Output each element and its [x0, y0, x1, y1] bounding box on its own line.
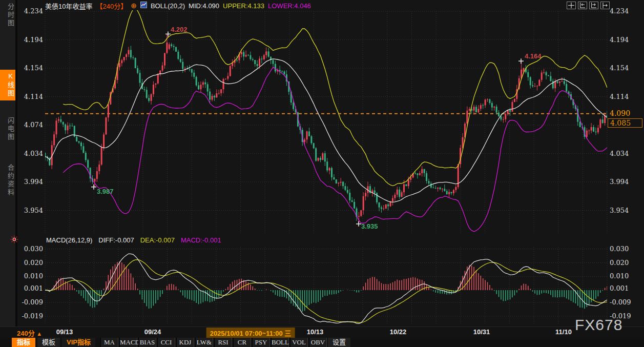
price-axis-label: 4.154	[610, 64, 640, 72]
price-axis-label: 4.234	[12, 7, 43, 15]
toolbar-item-MACD[interactable]: MACD	[119, 338, 137, 347]
trading-app: 分时图K线图闪电图合约资料 美债10年收益率 【240分】 ⊕ BOLL(20,…	[0, 0, 644, 347]
indicator-toolbar: 指标模板VIP指标MAMACDBIASCCIKDJLW&RSICRPSYBOLL…	[0, 338, 644, 347]
toolbar-item-VOL[interactable]: VOL	[290, 338, 308, 347]
price-axis-label: 3.954	[610, 207, 640, 215]
toolbar-item-PSY[interactable]: PSY	[252, 338, 270, 347]
date-label: 10/22	[390, 328, 407, 336]
price-annotation: 3.987	[97, 188, 114, 195]
price-axis-label: 4.234	[610, 7, 640, 15]
macd-axis-label: 0.020	[12, 259, 43, 267]
macd-axis-label: -0.009	[12, 298, 43, 307]
macd-axis-label: 0.030	[12, 245, 43, 253]
price-axis-label: 4.034	[610, 150, 640, 158]
toolbar-item-RSI[interactable]: RSI	[214, 338, 232, 347]
macd-axis-label: 0.030	[610, 245, 640, 253]
price-axis-label: 4.034	[12, 150, 43, 158]
price-annotation: 4.202	[171, 26, 188, 33]
macd-axis-label: 0.001	[610, 284, 640, 293]
last-price-tag: 4.085	[608, 118, 642, 128]
date-label: 10/31	[473, 328, 490, 336]
macd-dea-value: DEA:-0.007	[140, 236, 175, 244]
toolbar-item-设置[interactable]: 设置	[328, 338, 350, 347]
macd-axis-label: 0.010	[610, 272, 640, 280]
price-axis-label: 4.114	[610, 93, 640, 101]
toolbar-item-模板[interactable]: 模板	[37, 338, 60, 347]
macd-axis-label: 0.020	[610, 259, 640, 267]
date-label: 09/13	[56, 328, 73, 336]
period-text: 240分	[17, 330, 35, 337]
price-axis-label: 3.994	[12, 178, 43, 186]
period-selector[interactable]: 240分 ▲	[17, 328, 42, 338]
toolbar-item-LW&[interactable]: LW&	[195, 338, 213, 347]
macd-diff-value: DIFF:-0.007	[98, 236, 134, 244]
price-axis-label: 3.994	[610, 178, 640, 186]
macd-axis-label: -0.009	[610, 298, 640, 307]
toolbar-item-指标[interactable]: 指标	[12, 338, 35, 347]
time-axis: 240分 ▲ 2025/10/01 07:00~11:00 三 09/1309/…	[0, 326, 644, 338]
macd-label-row: MACD(26,12,9) DIFF:-0.007 DEA:-0.007 MAC…	[46, 236, 221, 244]
price-annotation: 4.164	[525, 52, 542, 60]
price-axis-label: 3.954	[12, 207, 43, 215]
toolbar-item-BOLL[interactable]: BOLL	[271, 338, 289, 347]
macd-axis-label: 0.001	[12, 284, 43, 293]
dashed-price-tag: 4.090	[608, 109, 642, 118]
bar-datetime-highlight: 2025/10/01 07:00~11:00 三	[206, 328, 295, 338]
price-axis-label: 4.194	[610, 36, 640, 44]
price-axis-label: 4.194	[12, 36, 43, 44]
toolbar-item-BIAS[interactable]: BIAS	[138, 338, 156, 347]
date-label: 10/13	[307, 328, 324, 336]
macd-axis-label: -0.019	[12, 312, 43, 320]
macd-bar-value: MACD:-0.001	[181, 236, 221, 244]
chart-canvas[interactable]	[0, 0, 644, 328]
toolbar-item-CCI[interactable]: CCI	[157, 338, 175, 347]
macd-axis-label: 0.010	[12, 272, 43, 280]
macd-params-label: MACD(26,12,9)	[46, 236, 92, 244]
date-label: 09/24	[144, 328, 161, 336]
price-axis-label: 4.074	[12, 121, 43, 129]
price-axis-label: 4.154	[12, 64, 43, 72]
toolbar-item-MA[interactable]: MA	[100, 338, 118, 347]
period-arrow-icon: ▲	[36, 331, 42, 337]
toolbar-item-KDJ[interactable]: KDJ	[176, 338, 194, 347]
price-axis-label: 4.114	[12, 93, 43, 101]
watermark-logo: FX678	[575, 316, 622, 334]
toolbar-item-CR[interactable]: CR	[233, 338, 251, 347]
price-annotation: 3.935	[361, 222, 378, 230]
toolbar-item-OBV[interactable]: OBV	[309, 338, 327, 347]
toolbar-item-VIP指标[interactable]: VIP指标	[62, 338, 95, 347]
date-label: 11/10	[555, 328, 572, 336]
